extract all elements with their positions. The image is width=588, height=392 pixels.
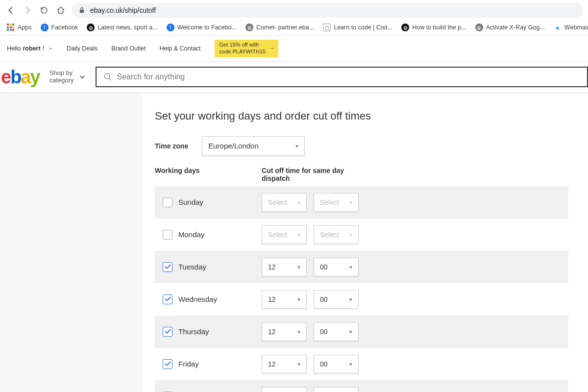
day-row: SaturdaySelect▼Select▼ xyxy=(155,380,568,392)
lock-icon xyxy=(78,7,85,14)
apps-icon xyxy=(7,24,15,31)
svg-point-1 xyxy=(104,74,110,79)
cutoff-minute-select[interactable]: 00▼ xyxy=(314,258,359,276)
bookmark-label: Comet- partner.eba... xyxy=(256,24,314,31)
chevron-down-icon: ▼ xyxy=(348,264,353,270)
shop-by-category[interactable]: Shop by category xyxy=(49,70,86,84)
chevron-down-icon: ▼ xyxy=(348,361,353,367)
nav-link[interactable]: Help & Contact xyxy=(160,45,201,52)
bookmark-item[interactable]: ◍Activate X-Ray Gog... xyxy=(475,24,545,31)
cutoff-hour-select[interactable]: Select▼ xyxy=(262,225,307,244)
reload-button[interactable] xyxy=(38,4,50,16)
day-checkbox[interactable] xyxy=(163,327,172,337)
browser-toolbar: ebay.co.uk/ship/cutoff xyxy=(0,0,588,21)
bookmark-item[interactable]: ◍Comet- partner.eba... xyxy=(245,24,314,31)
cutoff-panel: Set your working days and order cut off … xyxy=(143,93,588,392)
search-input[interactable] xyxy=(117,73,580,81)
bookmark-item[interactable]: fFacebook xyxy=(41,24,78,31)
col-header-cutoff: Cut off time for same day dispatch xyxy=(262,167,365,182)
cutoff-hour-select[interactable]: 12▼ xyxy=(262,290,307,309)
home-button[interactable] xyxy=(55,4,67,16)
cutoff-hour-select[interactable]: Select▼ xyxy=(262,387,307,392)
globe-icon: ◍ xyxy=(245,24,253,31)
cutoff-hour-select[interactable]: Select▼ xyxy=(262,193,307,212)
day-checkbox[interactable] xyxy=(163,230,172,240)
bookmark-label: Webmas xyxy=(564,24,588,31)
chevron-down-icon: ▼ xyxy=(296,264,301,270)
chevron-down-icon xyxy=(48,46,53,51)
svg-rect-0 xyxy=(80,10,84,13)
day-checkbox[interactable] xyxy=(163,359,172,369)
bookmark-label: Welcome to Facebo... xyxy=(177,24,237,31)
bookmark-item[interactable]: ◍Latest news, sport a... xyxy=(87,24,157,31)
timezone-label: Time zone xyxy=(155,142,188,150)
day-row: Wednesday12▼00▼ xyxy=(155,283,568,316)
day-row: Friday12▼00▼ xyxy=(155,348,568,380)
cutoff-minute-select[interactable]: Select▼ xyxy=(314,387,359,392)
bookmark-label: Latest news, sport a... xyxy=(98,24,157,31)
bookmark-label: Activate X-Ray Gog... xyxy=(486,24,545,31)
globe-icon: ◍ xyxy=(87,24,95,31)
promo-banner[interactable]: Get 15% off with code PLAYWITH15 → xyxy=(215,40,279,57)
cutoff-minute-select[interactable]: 00▼ xyxy=(314,322,359,341)
day-label: Sunday xyxy=(178,198,203,206)
cutoff-minute-select[interactable]: Select▼ xyxy=(314,225,359,244)
forward-button[interactable] xyxy=(22,4,33,16)
address-bar[interactable]: ebay.co.uk/ship/cutoff xyxy=(72,3,583,18)
chevron-down-icon: ▼ xyxy=(348,232,353,237)
chevron-down-icon: ▼ xyxy=(348,329,353,334)
bookmark-item[interactable]: ◍How to build the p... xyxy=(401,24,466,31)
facebook-icon: f xyxy=(41,24,49,31)
account-menu[interactable]: Hello robert! xyxy=(7,45,53,52)
chevron-down-icon: ▼ xyxy=(348,296,353,302)
cutoff-hour-select[interactable]: 12▼ xyxy=(262,322,307,341)
timezone-select[interactable]: Europe/London ▼ xyxy=(202,136,305,156)
nav-link[interactable]: Daily Deals xyxy=(67,45,98,52)
day-label: Tuesday xyxy=(178,263,206,271)
day-checkbox[interactable] xyxy=(163,197,172,207)
site-icon: ◆ xyxy=(554,24,562,31)
cutoff-minute-select[interactable]: 00▼ xyxy=(314,290,359,309)
day-label: Friday xyxy=(178,360,199,368)
ebay-logo[interactable]: ebay xyxy=(0,67,40,88)
nav-link[interactable]: Brand Outlet xyxy=(111,45,146,52)
search-box[interactable] xyxy=(96,67,588,87)
day-checkbox[interactable] xyxy=(163,262,172,272)
bookmark-item[interactable]: fWelcome to Facebo... xyxy=(167,24,237,31)
globe-icon: ◍ xyxy=(401,24,409,31)
bookmark-label: Learn to code | Cod... xyxy=(334,24,392,31)
site-header: ebay Shop by category xyxy=(0,62,588,93)
cutoff-hour-select[interactable]: 12▼ xyxy=(262,355,307,373)
bookmark-label: Apps xyxy=(18,24,32,31)
chevron-down-icon: ▼ xyxy=(296,329,301,334)
chevron-down-icon xyxy=(79,74,86,80)
day-row: SundaySelect▼Select▼ xyxy=(155,186,568,219)
cutoff-minute-select[interactable]: 00▼ xyxy=(314,355,359,373)
cutoff-minute-select[interactable]: Select▼ xyxy=(314,193,359,212)
chevron-down-icon: ▼ xyxy=(296,232,301,237)
arrow-right-icon: → xyxy=(269,45,274,52)
bookmark-item[interactable]: ◆Webmas xyxy=(554,24,588,31)
cutoff-hour-select[interactable]: 12▼ xyxy=(262,258,307,276)
back-button[interactable] xyxy=(5,4,17,16)
chevron-down-icon: ▼ xyxy=(294,143,299,148)
bookmark-item[interactable]: ▢Learn to code | Cod... xyxy=(323,24,392,31)
chevron-down-icon: ▼ xyxy=(348,199,353,205)
chevron-down-icon: ▼ xyxy=(296,296,301,302)
site-icon: ▢ xyxy=(323,24,331,31)
bookmarks-bar: AppsfFacebook◍Latest news, sport a...fWe… xyxy=(0,21,588,36)
day-label: Thursday xyxy=(178,327,209,336)
day-checkbox[interactable] xyxy=(163,294,172,304)
url-text: ebay.co.uk/ship/cutoff xyxy=(90,6,156,14)
day-row: Tuesday12▼00▼ xyxy=(155,251,568,283)
col-header-working-days: Working days xyxy=(155,167,262,182)
page-title: Set your working days and order cut off … xyxy=(155,110,568,122)
day-label: Wednesday xyxy=(178,295,217,303)
bookmark-label: How to build the p... xyxy=(412,24,466,31)
bookmark-item[interactable]: Apps xyxy=(7,24,32,31)
globe-icon: ◍ xyxy=(475,24,483,31)
day-row: MondaySelect▼Select▼ xyxy=(155,219,568,251)
day-row: Thursday12▼00▼ xyxy=(155,316,568,348)
ebay-top-nav: Hello robert! Daily Deals Brand Outlet H… xyxy=(0,36,588,62)
search-icon xyxy=(103,73,112,81)
